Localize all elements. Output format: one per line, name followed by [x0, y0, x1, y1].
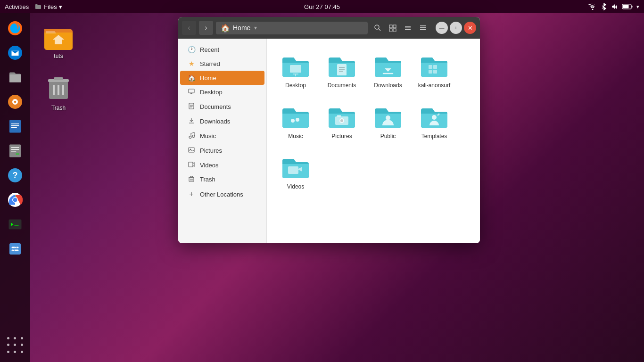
- sidebar-label-music: Music: [200, 132, 216, 140]
- file-item-music[interactable]: Music: [274, 97, 317, 144]
- files-menu[interactable]: Files ▾: [34, 3, 62, 10]
- window-controls: — + ✕: [436, 22, 476, 34]
- back-button[interactable]: ‹: [182, 21, 196, 35]
- documents-sidebar-icon: [188, 103, 195, 111]
- files-menu-label: Files: [44, 3, 57, 10]
- music-folder-label: Music: [288, 133, 303, 140]
- sidebar-item-documents[interactable]: Documents: [180, 99, 264, 114]
- svg-rect-40: [405, 29, 411, 30]
- svg-point-8: [14, 101, 17, 103]
- dock-item-tweaks[interactable]: [4, 238, 26, 260]
- file-item-documents[interactable]: Documents: [321, 46, 363, 93]
- svg-point-24: [13, 250, 15, 251]
- templates-folder-label: Templates: [421, 133, 447, 140]
- svg-rect-53: [189, 148, 194, 152]
- svg-rect-28: [54, 77, 63, 80]
- desktop-icon-tuts[interactable]: tuts: [41, 18, 76, 62]
- folder-icon: [34, 3, 42, 10]
- kali-folder-icon: [419, 50, 449, 80]
- tuts-folder-icon: [43, 21, 74, 51]
- svg-point-78: [386, 115, 390, 120]
- sidebar-item-desktop[interactable]: Desktop: [180, 85, 264, 99]
- location-bar[interactable]: 🏠 Home ▾: [216, 22, 368, 34]
- templates-folder-icon: [419, 101, 449, 131]
- trash-folder-icon: [43, 73, 74, 103]
- dock-item-rhythmbox[interactable]: [4, 90, 26, 113]
- sidebar-label-desktop: Desktop: [200, 89, 223, 96]
- svg-rect-80: [288, 166, 298, 174]
- file-item-desktop[interactable]: Desktop: [274, 46, 317, 93]
- file-area: Desktop Documents: [267, 39, 480, 243]
- file-item-videos[interactable]: Videos: [274, 148, 317, 195]
- view-toggle-icon: [389, 24, 396, 32]
- forward-button[interactable]: ›: [199, 21, 213, 35]
- sidebar-item-starred[interactable]: ★ Starred: [180, 57, 264, 71]
- titlebar: ‹ › 🏠 Home ▾: [178, 17, 480, 39]
- svg-rect-1: [623, 5, 629, 8]
- dock-item-firefox[interactable]: [4, 17, 26, 40]
- svg-rect-30: [58, 85, 59, 95]
- svg-rect-77: [337, 115, 341, 117]
- dock-item-texteditor[interactable]: [4, 140, 26, 162]
- file-item-public[interactable]: Public: [367, 97, 409, 144]
- topbar-right: ▾: [588, 3, 639, 10]
- svg-rect-70: [429, 65, 432, 69]
- sidebar-item-recent[interactable]: 🕐 Recent: [180, 42, 264, 57]
- documents-folder-icon: [327, 50, 357, 80]
- svg-rect-36: [389, 29, 392, 32]
- svg-rect-37: [393, 29, 396, 32]
- sidebar-item-other-locations[interactable]: + Other Locations: [180, 187, 264, 202]
- files-menu-chevron: ▾: [59, 3, 62, 10]
- location-text: Home: [233, 24, 250, 32]
- svg-rect-2: [632, 6, 633, 8]
- home-sidebar-icon: 🏠: [188, 74, 195, 82]
- trash-sidebar-icon: [188, 175, 195, 183]
- maximize-button[interactable]: +: [450, 22, 462, 34]
- close-button[interactable]: ✕: [464, 22, 476, 34]
- svg-line-33: [379, 29, 380, 31]
- activities-button[interactable]: Activities: [5, 3, 29, 10]
- menu-button[interactable]: [416, 21, 430, 35]
- sidebar-item-videos[interactable]: Videos: [180, 158, 264, 172]
- dock-item-thunderbird[interactable]: [4, 41, 26, 64]
- file-item-pictures[interactable]: Pictures: [321, 97, 363, 144]
- svg-rect-45: [190, 93, 192, 94]
- dock-item-help[interactable]: ?: [4, 164, 26, 187]
- desktop-folder-label: Desktop: [285, 82, 306, 90]
- svg-rect-11: [16, 153, 20, 156]
- sidebar-label-downloads: Downloads: [200, 118, 230, 125]
- svg-point-16: [13, 198, 17, 202]
- sidebar-label-starred: Starred: [200, 60, 220, 67]
- sidebar-item-downloads[interactable]: Downloads: [180, 114, 264, 129]
- dock-item-writer[interactable]: [4, 115, 26, 138]
- sidebar-item-pictures[interactable]: Pictures: [180, 143, 264, 158]
- minimize-button[interactable]: —: [436, 22, 448, 34]
- sidebar-item-trash[interactable]: Trash: [180, 172, 264, 187]
- sidebar-item-music[interactable]: Music: [180, 129, 264, 143]
- view-dropdown-button[interactable]: [401, 21, 415, 35]
- svg-rect-42: [420, 27, 426, 28]
- tuts-icon-label: tuts: [54, 53, 63, 59]
- file-item-kali-anonsurf[interactable]: kali-anonsurf: [413, 46, 455, 93]
- svg-text:?: ?: [13, 171, 18, 180]
- svg-rect-71: [433, 65, 437, 69]
- svg-rect-62: [290, 65, 301, 73]
- file-item-downloads[interactable]: Downloads: [367, 46, 409, 93]
- search-button[interactable]: [371, 21, 385, 35]
- svg-rect-34: [389, 25, 392, 28]
- svg-rect-55: [189, 162, 193, 167]
- dock-item-chrome[interactable]: [4, 189, 26, 211]
- dock-item-terminal[interactable]: [4, 213, 26, 236]
- app-grid-button[interactable]: [6, 336, 25, 354]
- documents-folder-label: Documents: [328, 82, 356, 90]
- videos-folder-label: Videos: [287, 183, 304, 191]
- desktop-icon-trash[interactable]: Trash: [41, 70, 76, 114]
- system-menu-chevron[interactable]: ▾: [636, 4, 639, 10]
- svg-rect-41: [420, 25, 426, 26]
- svg-rect-43: [420, 29, 426, 30]
- topbar: Activities Files ▾ Gur 27 07:45: [0, 0, 644, 13]
- file-item-templates[interactable]: Templates: [413, 97, 455, 144]
- sidebar-item-home[interactable]: 🏠 Home: [180, 71, 264, 85]
- view-toggle-button[interactable]: [386, 21, 400, 35]
- dock-item-files[interactable]: [4, 66, 26, 89]
